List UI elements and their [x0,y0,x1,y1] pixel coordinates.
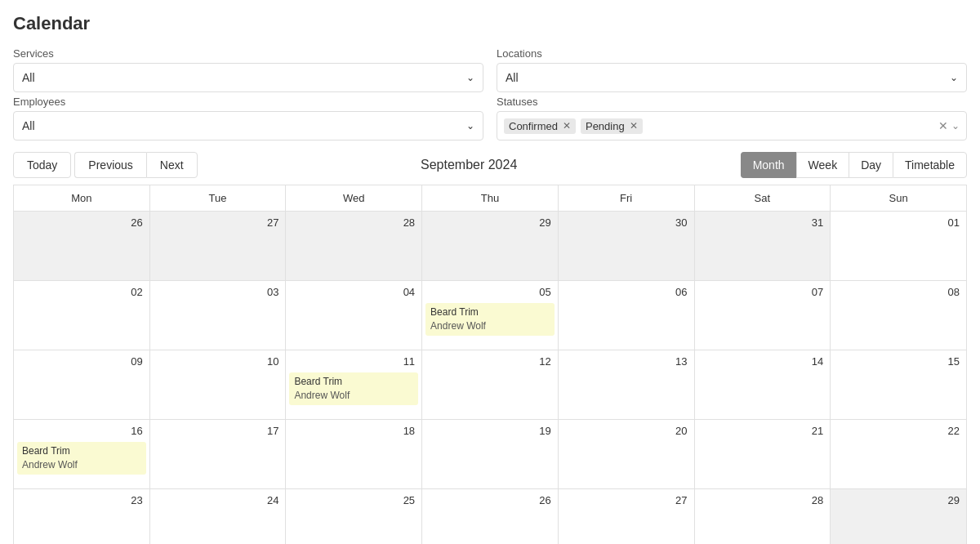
day-header-wed: Wed [286,185,422,212]
day-number: 04 [289,284,418,300]
filters-row-1: Services All ⌄ Locations All ⌄ [13,47,967,92]
calendar-day-cell[interactable]: 12 [422,350,559,420]
services-select[interactable]: All ⌄ [13,63,483,92]
calendar-day-cell[interactable]: 29 [422,212,559,281]
calendar-day-cell[interactable]: 15 [831,350,967,420]
services-label: Services [13,47,483,60]
calendar-day-cell[interactable]: 24 [149,489,286,545]
calendar-event[interactable]: Beard TrimAndrew Wolf [289,372,418,405]
calendar-day-cell[interactable]: 01 [831,212,967,281]
month-title: September 2024 [198,158,741,172]
statuses-actions: ✕ ⌄ [938,119,960,132]
day-number: 16 [17,423,146,439]
calendar-day-cell[interactable]: 28 [286,212,422,281]
status-pending-label: Pending [586,120,625,132]
day-header-sun: Sun [831,185,967,212]
calendar-day-cell[interactable]: 04 [286,281,422,350]
employees-select[interactable]: All ⌄ [13,111,483,140]
day-number: 09 [17,354,146,369]
day-header-fri: Fri [558,185,694,212]
day-number: 08 [834,284,963,300]
calendar-day-cell[interactable]: 31 [694,212,831,281]
previous-button[interactable]: Previous [74,152,145,178]
statuses-select[interactable]: Confirmed ✕ Pending ✕ ✕ ⌄ [497,111,967,140]
calendar-day-cell[interactable]: 26 [14,212,150,281]
calendar-day-cell[interactable]: 13 [558,350,694,420]
day-number: 29 [425,215,555,230]
filters-row-2: Employees All ⌄ Statuses Confirmed ✕ Pen… [13,96,967,140]
day-number: 07 [698,284,827,300]
calendar-day-cell[interactable]: 30 [558,212,694,281]
day-number: 27 [562,493,691,508]
calendar-day-cell[interactable]: 16Beard TrimAndrew Wolf [14,420,150,489]
view-week-button[interactable]: Week [796,152,849,178]
day-number: 05 [425,284,555,300]
calendar-day-cell[interactable]: 29 [831,489,967,545]
calendar-day-cell[interactable]: 27 [149,212,286,281]
remove-pending-button[interactable]: ✕ [630,120,638,132]
calendar-day-cell[interactable]: 20 [558,420,694,489]
today-button[interactable]: Today [13,152,71,178]
day-number: 03 [154,284,283,300]
day-number: 06 [562,284,691,300]
day-header-sat: Sat [694,185,831,212]
calendar-event[interactable]: Beard TrimAndrew Wolf [425,303,555,336]
calendar-day-cell[interactable]: 03 [149,281,286,350]
locations-select[interactable]: All ⌄ [497,63,967,92]
calendar-day-cell[interactable]: 23 [14,489,150,545]
calendar-day-cell[interactable]: 05Beard TrimAndrew Wolf [422,281,559,350]
calendar-day-cell[interactable]: 02 [14,281,150,350]
calendar-day-cell[interactable]: 28 [694,489,831,545]
day-number: 30 [562,215,691,230]
calendar-week-row: 23242526272829 [14,489,967,545]
day-header-thu: Thu [422,185,559,212]
calendar-day-cell[interactable]: 11Beard TrimAndrew Wolf [286,350,422,420]
calendar-toolbar: Today Previous Next September 2024 Month… [13,144,967,185]
next-button[interactable]: Next [146,152,198,178]
status-tag-confirmed: Confirmed ✕ [504,118,576,134]
calendar-day-cell[interactable]: 08 [831,281,967,350]
calendar-day-cell[interactable]: 09 [14,350,150,420]
calendar-event[interactable]: Beard TrimAndrew Wolf [17,442,146,475]
day-number: 31 [698,215,827,230]
day-number: 18 [289,423,418,439]
day-number: 10 [154,354,283,369]
calendar-day-cell[interactable]: 27 [558,489,694,545]
view-day-button[interactable]: Day [849,152,893,178]
day-number: 20 [562,423,691,439]
calendar-week-row: 26272829303101 [14,212,967,281]
view-timetable-button[interactable]: Timetable [893,152,967,178]
event-title: Beard Trim [430,305,550,319]
calendar-page: Calendar Services All ⌄ Locations All ⌄ … [0,0,980,544]
calendar-week-row: 02030405Beard TrimAndrew Wolf060708 [14,281,967,350]
event-title: Beard Trim [22,444,141,458]
calendar-day-cell[interactable]: 21 [694,420,831,489]
employees-chevron-icon: ⌄ [466,120,474,132]
calendar-day-cell[interactable]: 17 [149,420,286,489]
view-month-button[interactable]: Month [741,152,796,178]
event-person: Andrew Wolf [22,458,141,472]
day-number: 12 [425,354,555,369]
services-filter-group: Services All ⌄ [13,47,483,92]
calendar-day-cell[interactable]: 25 [286,489,422,545]
view-buttons: Month Week Day Timetable [741,152,967,178]
day-number: 26 [17,215,146,230]
locations-value: All [506,71,519,84]
calendar-day-cell[interactable]: 22 [831,420,967,489]
remove-confirmed-button[interactable]: ✕ [563,120,571,132]
calendar-week-row: 16Beard TrimAndrew Wolf171819202122 [14,420,967,489]
calendar-day-cell[interactable]: 10 [149,350,286,420]
calendar-day-cell[interactable]: 07 [694,281,831,350]
day-number: 19 [425,423,555,439]
calendar-day-cell[interactable]: 18 [286,420,422,489]
calendar-day-cell[interactable]: 26 [422,489,559,545]
employees-value: All [22,119,35,132]
clear-statuses-icon[interactable]: ✕ [938,119,948,132]
calendar-day-cell[interactable]: 06 [558,281,694,350]
calendar-day-cell[interactable]: 19 [422,420,559,489]
calendar-day-cell[interactable]: 14 [694,350,831,420]
statuses-chevron-icon: ⌄ [951,120,960,132]
statuses-label: Statuses [497,96,967,108]
day-number: 28 [698,493,827,508]
day-number: 14 [698,354,827,369]
